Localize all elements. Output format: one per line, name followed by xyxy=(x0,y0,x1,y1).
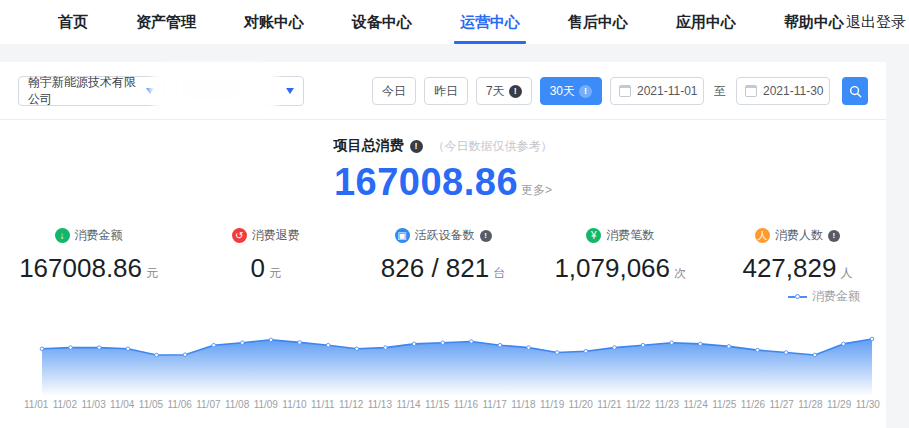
data-point xyxy=(183,353,187,357)
data-point xyxy=(126,347,130,351)
data-point xyxy=(355,347,359,351)
data-point xyxy=(670,341,674,345)
stat-value: 826 / 821台 xyxy=(354,253,531,284)
stats-row: ↓消费金额167008.86元↺消费退费0元▣活跃设备数!826 / 821台¥… xyxy=(0,225,886,284)
range-button-label: 7天 xyxy=(486,83,505,100)
data-point xyxy=(870,337,874,341)
info-icon[interactable]: ! xyxy=(410,140,423,153)
x-tick-label: 11/16 xyxy=(454,399,478,410)
date-from-input[interactable]: 2021-11-01 xyxy=(610,77,704,105)
info-icon[interactable]: ! xyxy=(828,230,840,242)
data-point xyxy=(212,343,216,347)
company-select-value: 翰宇新能源技术有限公司 xyxy=(28,74,146,108)
x-tick-label: 11/19 xyxy=(540,399,564,410)
data-point xyxy=(97,346,101,350)
data-point xyxy=(842,342,846,346)
info-icon: ! xyxy=(579,85,592,98)
search-icon xyxy=(849,85,862,98)
search-button[interactable] xyxy=(842,77,868,105)
more-link[interactable]: 更多> xyxy=(521,182,552,199)
date-to-input[interactable]: 2021-11-30 xyxy=(736,77,830,105)
nav-item-2[interactable]: 资产管理 xyxy=(134,0,198,44)
range-button-今日[interactable]: 今日 xyxy=(372,77,416,105)
x-tick-label: 11/23 xyxy=(655,399,679,410)
date-from-value: 2021-11-01 xyxy=(637,84,698,98)
range-button-7天[interactable]: 7天! xyxy=(476,77,532,105)
stat-label: 消费金额 xyxy=(75,227,123,244)
x-tick-label: 11/27 xyxy=(770,399,794,410)
x-tick-label: 11/02 xyxy=(53,399,77,410)
range-button-30天[interactable]: 30天! xyxy=(540,77,602,105)
data-point xyxy=(784,351,788,355)
x-tick-label: 11/28 xyxy=(798,399,822,410)
title-note: （今日数据仅供参考） xyxy=(433,138,553,155)
data-point xyxy=(498,343,502,347)
nav-item-6[interactable]: 售后中心 xyxy=(566,0,630,44)
stat-value: 167008.86元 xyxy=(0,253,177,284)
stat-label: 活跃设备数 xyxy=(415,227,475,244)
range-button-label: 30天 xyxy=(550,83,575,100)
total-consumption-value: 167008.86 xyxy=(334,163,518,201)
x-tick-label: 11/14 xyxy=(396,399,420,410)
stat-card: ↺消费退费0元 xyxy=(177,225,354,284)
stat-card: ↓消费金额167008.86元 xyxy=(0,225,177,284)
filter-right-group: 今日昨日7天!30天! 2021-11-01 至 2021-11-30 xyxy=(372,77,868,105)
data-point xyxy=(269,338,273,342)
nav-items: 首页资产管理对账中心设备中心运营中心售后中心应用中心帮助中心 xyxy=(56,0,846,44)
logout-button[interactable]: 退出登录 xyxy=(846,13,906,32)
company-select[interactable]: 翰宇新能源技术有限公司 xyxy=(18,76,164,106)
data-point xyxy=(699,342,703,346)
x-tick-label: 11/09 xyxy=(254,399,278,410)
data-point xyxy=(555,351,559,355)
x-tick-label: 11/03 xyxy=(81,399,105,410)
quick-range-group: 今日昨日7天!30天! xyxy=(372,77,602,105)
chart-canvas[interactable] xyxy=(24,331,880,395)
chevron-down-icon xyxy=(146,88,154,94)
nav-item-4[interactable]: 设备中心 xyxy=(350,0,414,44)
stat-unit: 人 xyxy=(840,266,852,280)
project-select[interactable] xyxy=(176,76,304,106)
content-panel: 翰宇新能源技术有限公司 今日昨日7天!30天! 2021-11-01 至 202… xyxy=(0,62,886,428)
chart-legend[interactable]: 消费金额 xyxy=(0,288,860,305)
stat-label: 消费人数 xyxy=(775,227,823,244)
nav-item-8[interactable]: 帮助中心 xyxy=(782,0,846,44)
x-tick-label: 11/05 xyxy=(139,399,163,410)
x-tick-label: 11/01 xyxy=(24,399,48,410)
nav-item-1[interactable]: 首页 xyxy=(56,0,90,44)
range-button-昨日[interactable]: 昨日 xyxy=(424,77,468,105)
date-to-value: 2021-11-30 xyxy=(763,84,824,98)
data-point xyxy=(727,345,731,349)
x-tick-label: 11/21 xyxy=(597,399,621,410)
data-point xyxy=(584,350,588,354)
range-button-label: 昨日 xyxy=(434,83,458,100)
data-point xyxy=(40,347,44,351)
yuan-icon: ¥ xyxy=(586,228,601,243)
data-point xyxy=(298,341,302,345)
nav-item-3[interactable]: 对账中心 xyxy=(242,0,306,44)
summary-section: 项目总消费 ! （今日数据仅供参考） 167008.86 更多> xyxy=(0,136,886,201)
stat-label: 消费退费 xyxy=(252,227,300,244)
stat-value: 0元 xyxy=(177,253,354,284)
x-tick-label: 11/13 xyxy=(368,399,392,410)
nav-item-5[interactable]: 运营中心 xyxy=(458,0,522,44)
info-icon[interactable]: ! xyxy=(480,230,492,242)
data-point xyxy=(813,353,817,357)
data-point xyxy=(613,346,617,350)
x-tick-label: 11/15 xyxy=(425,399,449,410)
data-point xyxy=(155,353,159,357)
x-tick-label: 11/26 xyxy=(741,399,765,410)
data-point xyxy=(441,341,445,345)
stat-label: 消费笔数 xyxy=(606,227,654,244)
x-tick-label: 11/12 xyxy=(339,399,363,410)
x-tick-label: 11/30 xyxy=(856,399,880,410)
x-tick-label: 11/10 xyxy=(282,399,306,410)
data-point xyxy=(756,348,760,352)
stat-card: ¥消费笔数1,079,066次 xyxy=(532,225,709,284)
calendar-icon xyxy=(745,85,757,97)
x-tick-label: 11/29 xyxy=(827,399,851,410)
stat-value: 1,079,066次 xyxy=(532,253,709,284)
x-tick-label: 11/17 xyxy=(483,399,507,410)
x-axis-labels: 11/0111/0211/0311/0411/0511/0611/0711/08… xyxy=(24,399,880,410)
data-point xyxy=(69,346,73,350)
nav-item-7[interactable]: 应用中心 xyxy=(674,0,738,44)
